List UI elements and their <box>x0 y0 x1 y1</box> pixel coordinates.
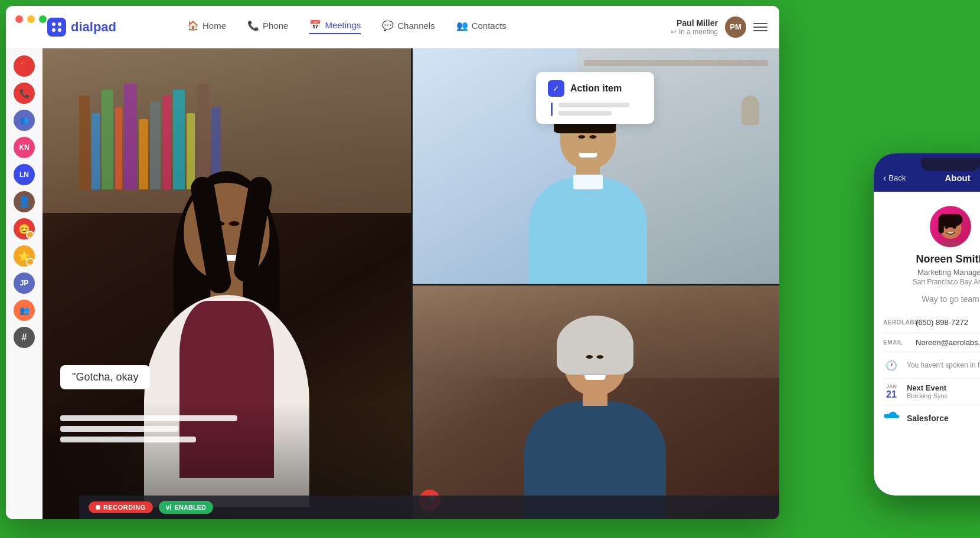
top-nav: dialpad 🏠 Home 📞 Phone 📅 Meetings 💬 Chan… <box>6 6 779 48</box>
enabled-badge: vi ENABLED <box>159 501 213 514</box>
action-item-lines <box>551 103 642 116</box>
cal-month: JAN <box>883 383 900 389</box>
salesforce-cloud-icon <box>883 412 900 425</box>
action-item-title: Action item <box>570 83 622 94</box>
recording-badge: RECORDING <box>89 501 153 513</box>
sidebar-item-star[interactable]: ⭐ <box>14 245 35 267</box>
transcript-line-2 <box>60 426 178 432</box>
vi-icon: vi <box>166 503 172 511</box>
channels-label: Channels <box>397 21 435 31</box>
svg-point-2 <box>58 22 61 26</box>
phone-back-button[interactable]: ‹ Back <box>883 173 906 183</box>
nav-meetings[interactable]: 📅 Meetings <box>309 19 361 34</box>
sidebar-item-alert[interactable]: 😊 <box>14 218 35 240</box>
enabled-label: ENABLED <box>175 504 206 511</box>
email-row: EMAIL Noreen@aerolabs.io <box>883 333 980 352</box>
bottom-bar: RECORDING vi ENABLED <box>79 496 779 519</box>
meetings-icon: 📅 <box>309 19 321 31</box>
phone-card: ‹ Back About ★ <box>874 153 980 496</box>
sidebar-item-kn[interactable]: KN <box>14 137 35 158</box>
video-divider-horizontal <box>411 284 779 286</box>
meetings-label: Meetings <box>325 20 361 30</box>
sidebar-item-ln[interactable]: LN <box>14 164 35 185</box>
video-bottom-right: 🎤 <box>411 284 779 519</box>
sidebar-item-group2[interactable]: 👥 <box>14 300 35 321</box>
traffic-lights <box>15 15 47 23</box>
svg-point-8 <box>945 226 949 229</box>
sidebar-item-jp[interactable]: JP <box>14 273 35 294</box>
phone-notch <box>921 158 980 171</box>
nav-channels[interactable]: 💬 Channels <box>382 20 435 34</box>
action-item-icon: ✓ <box>548 80 564 97</box>
contact-title: Marketing Manager <box>883 268 980 277</box>
contact-avatar <box>930 206 971 247</box>
home-icon: 🏠 <box>187 20 199 31</box>
salesforce-label: Salesforce <box>907 414 949 423</box>
action-line-1 <box>558 103 629 107</box>
last-spoken-row: 🕐 You haven't spoken in forever <box>883 352 980 379</box>
email-label: EMAIL <box>883 339 916 346</box>
user-info: Paul Miller ↩ In a meeting <box>671 18 718 36</box>
hamburger-line <box>753 30 767 31</box>
left-sidebar: 🚫 📞 👥 KN LN 👤 😊 ⭐ JP 👥 # <box>6 48 43 519</box>
cal-day: 21 <box>883 389 900 400</box>
svg-rect-7 <box>938 219 943 233</box>
contact-name: Noreen Smith <box>883 253 980 265</box>
last-spoken-text: You haven't spoken in forever <box>907 361 980 369</box>
hamburger-line <box>753 27 767 28</box>
user-status: ↩ In a meeting <box>671 28 718 36</box>
back-label: Back <box>888 173 906 182</box>
dialpad-logo-icon <box>47 18 66 37</box>
phone-screen: ‹ Back About ★ <box>874 153 980 496</box>
reply-icon: ↩ <box>671 28 677 36</box>
speech-bubble: "Gotcha, okay <box>60 365 150 389</box>
close-button[interactable] <box>15 15 23 23</box>
phone-icon: 📞 <box>247 20 259 31</box>
hamburger-button[interactable] <box>753 20 767 34</box>
sidebar-item-person1[interactable]: 👤 <box>14 191 35 212</box>
transcript-line-1 <box>60 415 237 421</box>
svg-rect-10 <box>939 242 961 247</box>
aerolabs-label: AEROLABS <box>883 319 916 326</box>
hamburger-line <box>753 23 767 24</box>
maximize-button[interactable] <box>39 15 47 23</box>
app-name: dialpad <box>71 19 116 35</box>
home-label: Home <box>202 21 226 31</box>
video-main-speaker: "Gotcha, okay <box>43 48 411 519</box>
nav-phone[interactable]: 📞 Phone <box>247 20 288 34</box>
phone-body: Noreen Smith Marketing Manager San Franc… <box>874 192 980 441</box>
contacts-icon: 👥 <box>456 20 468 31</box>
svg-point-3 <box>52 28 55 32</box>
channels-icon: 💬 <box>382 20 394 31</box>
sidebar-item-group[interactable]: 👥 <box>14 110 35 131</box>
salesforce-icon <box>883 410 900 427</box>
phone-number: (650) 898-7272 <box>916 318 980 327</box>
nav-home[interactable]: 🏠 Home <box>187 20 226 34</box>
user-name: Paul Miller <box>671 18 718 28</box>
speaker-quote: "Gotcha, okay <box>72 371 138 383</box>
aerolabs-row: AEROLABS (650) 898-7272 📞 ★ <box>883 312 980 333</box>
phone-label: Phone <box>263 21 288 31</box>
salesforce-row: Salesforce <box>883 405 980 431</box>
email-value: Noreen@aerolabs.io <box>916 338 980 347</box>
sidebar-item-notification[interactable]: 🚫 <box>14 55 35 77</box>
user-avatar: PM <box>725 17 746 38</box>
action-line-2 <box>558 111 612 116</box>
logo-area: dialpad <box>47 18 116 37</box>
sidebar-item-hash[interactable]: # <box>14 327 35 348</box>
recording-dot <box>96 505 100 510</box>
action-item-popup: ✓ Action item <box>536 72 654 124</box>
minimize-button[interactable] <box>27 15 35 23</box>
back-arrow-icon: ‹ <box>883 173 886 183</box>
svg-point-9 <box>953 226 956 229</box>
video-top-right: ✓ Action item <box>411 48 779 284</box>
next-event-label: Next Event <box>907 383 980 392</box>
transcript-lines <box>60 415 237 442</box>
cal-info: Next Event Blocking Sync <box>907 383 980 399</box>
way-to-go-text: Way to go team <box>883 294 980 304</box>
sidebar-item-phone[interactable]: 📞 <box>14 83 35 104</box>
nav-contacts[interactable]: 👥 Contacts <box>456 20 507 34</box>
svg-point-1 <box>52 22 55 26</box>
phone-about-label: About <box>945 173 970 183</box>
clock-icon: 🕐 <box>883 357 900 373</box>
